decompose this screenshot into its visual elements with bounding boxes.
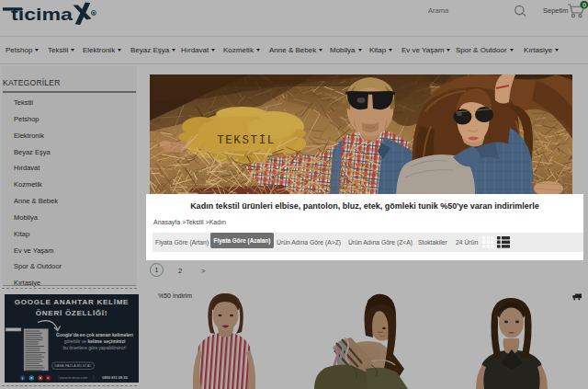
svg-text:www.ticimax.com: www.ticimax.com: [60, 375, 88, 380]
svg-text:ticima: ticima: [11, 5, 74, 24]
svg-text:R: R: [93, 12, 96, 16]
svg-text:DAHA FAZLA BİLGİ AL: DAHA FAZLA BİLGİ AL: [54, 363, 92, 368]
svg-text:0: 0: [582, 1, 586, 9]
svg-text:0850 811 08 20: 0850 811 08 20: [102, 375, 128, 380]
